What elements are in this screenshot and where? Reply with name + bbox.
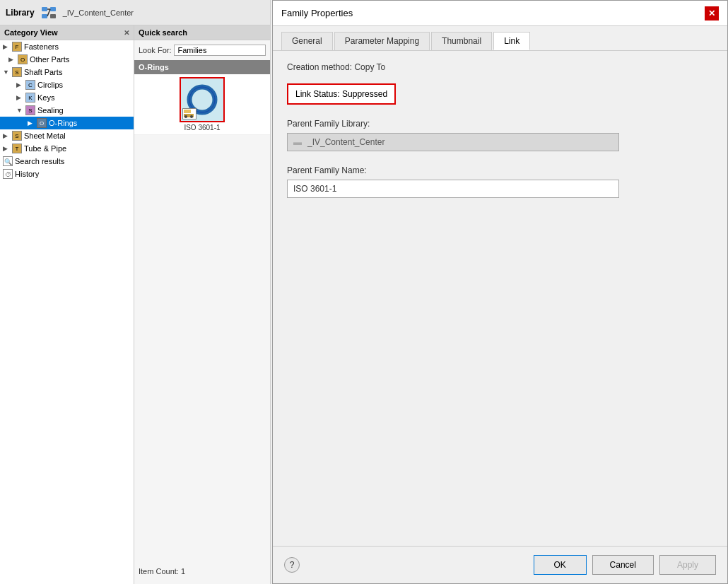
- quick-search-header: Quick search: [134, 25, 270, 40]
- tree-label-sheet-metal: Sheet Metal: [24, 132, 66, 140]
- link-status-text: Link Status: Suppressed: [295, 89, 387, 99]
- category-view-header: Category View ✕: [0, 25, 134, 40]
- svg-rect-9: [184, 110, 191, 113]
- parent-family-name-input[interactable]: ISO 3601-1: [287, 180, 619, 198]
- tree-label-other-parts: Other Parts: [30, 55, 69, 64]
- look-for-row: Look For: Families: [134, 40, 270, 60]
- tab-parameter-mapping-label: Parameter Mapping: [345, 36, 419, 46]
- tree-item-circlips[interactable]: ▶ C Circlips: [0, 78, 134, 91]
- tab-bar: General Parameter Mapping Thumbnail Link: [273, 26, 727, 51]
- tree-label-keys: Keys: [37, 93, 54, 102]
- tree-label-search-results: Search results: [15, 157, 64, 165]
- tree-label-o-rings: O-Rings: [49, 119, 77, 127]
- library-title: Library: [6, 8, 35, 18]
- parent-family-library-value: _IV_Content_Center: [307, 137, 384, 147]
- svg-point-11: [190, 115, 193, 118]
- item-count: Item Count: 1: [134, 564, 189, 578]
- family-properties-dialog: Family Properties ✕ General Parameter Ma…: [272, 0, 728, 584]
- tree-item-other-parts[interactable]: ▶ O Other Parts: [0, 53, 134, 66]
- svg-point-10: [184, 115, 187, 118]
- tab-link[interactable]: Link: [493, 32, 530, 50]
- tree-label-shaft-parts: Shaft Parts: [24, 68, 62, 76]
- iv-content-center-label: _IV_Content_Center: [63, 8, 134, 17]
- library-header: Library _IV_Content_Center: [0, 0, 270, 25]
- part-thumbnail: [180, 77, 225, 122]
- apply-button[interactable]: Apply: [659, 555, 716, 575]
- tree-item-shaft-parts[interactable]: ▼ S Shaft Parts: [0, 66, 134, 78]
- svg-line-5: [47, 9, 50, 16]
- svg-rect-3: [50, 14, 56, 18]
- ok-button[interactable]: OK: [534, 555, 587, 575]
- tab-general[interactable]: General: [281, 32, 333, 50]
- dialog-close-button[interactable]: ✕: [705, 6, 719, 21]
- creation-method-text: Creation method: Copy To: [287, 62, 713, 72]
- svg-rect-0: [42, 7, 47, 11]
- dialog-title: Family Properties: [281, 8, 353, 18]
- category-view-title: Category View: [4, 28, 58, 37]
- orings-title: O-Rings: [139, 63, 169, 71]
- parent-family-name-label: Parent Family Name:: [287, 165, 713, 175]
- tree-label-circlips: Circlips: [37, 81, 63, 89]
- tree-label-sealing: Sealing: [37, 106, 64, 115]
- svg-rect-2: [42, 14, 47, 18]
- cancel-button[interactable]: Cancel: [592, 555, 654, 575]
- part-icon-badge: [182, 108, 196, 119]
- part-item[interactable]: ISO 3601-1: [134, 74, 270, 135]
- svg-rect-1: [50, 7, 56, 11]
- tab-general-label: General: [292, 36, 322, 46]
- tree-label-tube-pipe: Tube & Pipe: [24, 144, 66, 153]
- parent-family-library-input: ▬_IV_Content_Center: [287, 133, 619, 151]
- look-for-value: Families: [174, 45, 266, 56]
- category-view: Category View ✕ ▶ F Fasteners ▶ O Other …: [0, 25, 134, 584]
- tab-thumbnail-label: Thumbnail: [442, 36, 481, 46]
- tree-item-fasteners[interactable]: ▶ F Fasteners: [0, 40, 134, 53]
- tree-item-keys[interactable]: ▶ K Keys: [0, 91, 134, 104]
- dialog-footer: ? OK Cancel Apply: [273, 546, 727, 583]
- help-button[interactable]: ?: [284, 557, 300, 573]
- quick-search-panel: Quick search Look For: Families O-Rings: [134, 25, 271, 584]
- category-close-button[interactable]: ✕: [124, 29, 129, 37]
- part-label: ISO 3601-1: [184, 124, 220, 132]
- link-status-box: Link Status: Suppressed: [287, 83, 396, 105]
- parent-family-name-value: ISO 3601-1: [293, 184, 336, 194]
- tree-label-history: History: [15, 170, 39, 178]
- tab-parameter-mapping[interactable]: Parameter Mapping: [334, 32, 430, 50]
- orings-header: O-Rings: [134, 60, 270, 74]
- tree-item-history[interactable]: ⏱ History: [0, 168, 134, 180]
- dialog-content: Creation method: Copy To Link Status: Su…: [273, 51, 727, 546]
- tree-item-search-results[interactable]: 🔍 Search results: [0, 155, 134, 168]
- tree-item-tube-pipe[interactable]: ▶ T Tube & Pipe: [0, 142, 134, 155]
- tree-item-sheet-metal[interactable]: ▶ S Sheet Metal: [0, 129, 134, 142]
- parent-family-library-label: Parent Family Library:: [287, 119, 713, 129]
- look-for-label: Look For:: [139, 46, 171, 54]
- tree-item-o-rings[interactable]: ▶ O O-Rings: [0, 117, 134, 129]
- tab-link-label: Link: [504, 36, 519, 46]
- tree-item-sealing[interactable]: ▼ S Sealing: [0, 104, 134, 117]
- quick-search-title: Quick search: [139, 28, 187, 37]
- dialog-titlebar: Family Properties ✕: [273, 1, 727, 26]
- tree-label-fasteners: Fasteners: [24, 42, 59, 51]
- library-icon: [40, 4, 57, 21]
- tab-thumbnail[interactable]: Thumbnail: [431, 32, 492, 50]
- library-panel: Library _IV_Content_Center Category View…: [0, 0, 271, 584]
